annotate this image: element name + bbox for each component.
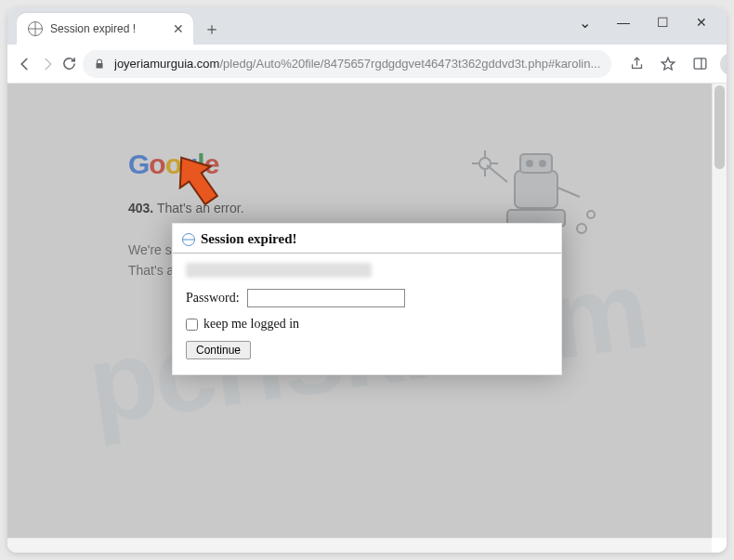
dialog-title-bar: Session expired! xyxy=(173,224,561,254)
redacted-email xyxy=(186,263,372,278)
vertical-scrollbar[interactable] xyxy=(712,84,727,538)
svg-rect-0 xyxy=(694,59,706,69)
minimize-button[interactable]: — xyxy=(615,15,632,33)
share-icon[interactable] xyxy=(623,50,650,78)
star-icon[interactable] xyxy=(654,50,682,78)
globe-icon xyxy=(28,21,43,36)
continue-button[interactable]: Continue xyxy=(186,341,251,359)
dialog-title: Session expired! xyxy=(201,231,296,247)
browser-tab[interactable]: Session expired ! ✕ xyxy=(17,13,193,45)
chevron-down-icon[interactable]: ⌄ xyxy=(576,14,593,32)
password-input[interactable] xyxy=(247,289,405,307)
maximize-button[interactable]: ☐ xyxy=(654,15,671,33)
profile-avatar[interactable] xyxy=(717,50,727,78)
url-host: joyeriamurguia.com xyxy=(114,57,219,71)
lock-icon xyxy=(94,58,105,71)
new-tab-button[interactable]: ＋ xyxy=(199,16,225,42)
toolbar: joyeriamurguia.com/pledg/Auto%20file/847… xyxy=(7,45,727,84)
reload-button[interactable] xyxy=(61,50,77,78)
browser-window: Session expired ! ✕ ＋ ⌄ — ☐ ✕ joyeriamur… xyxy=(7,7,727,553)
keep-logged-in-row[interactable]: keep me logged in xyxy=(186,317,548,332)
panel-icon[interactable] xyxy=(686,50,714,78)
keep-logged-in-checkbox[interactable] xyxy=(186,319,198,331)
close-tab-icon[interactable]: ✕ xyxy=(173,21,184,36)
page-viewport: Google 403. That's an error. We're sorry… xyxy=(7,84,727,553)
titlebar: Session expired ! ✕ ＋ ⌄ — ☐ ✕ xyxy=(7,7,727,45)
password-label: Password: xyxy=(186,291,240,306)
tab-title: Session expired ! xyxy=(50,22,136,35)
forward-button[interactable] xyxy=(39,50,56,78)
horizontal-scrollbar[interactable] xyxy=(7,538,712,553)
address-bar[interactable]: joyeriamurguia.com/pledg/Auto%20file/847… xyxy=(83,50,611,78)
session-expired-dialog: Session expired! Password: keep me logge… xyxy=(172,223,562,375)
url-path: /pledg/Auto%20file/8475657rgdgdgvet46473… xyxy=(219,57,600,71)
back-button[interactable] xyxy=(17,50,33,78)
url-text: joyeriamurguia.com/pledg/Auto%20file/847… xyxy=(114,57,600,71)
window-controls: ⌄ — ☐ ✕ xyxy=(576,15,727,33)
vertical-scrollbar-thumb[interactable] xyxy=(714,85,725,169)
globe-icon xyxy=(182,233,195,246)
close-window-button[interactable]: ✕ xyxy=(693,15,710,33)
keep-logged-in-label: keep me logged in xyxy=(203,317,299,332)
